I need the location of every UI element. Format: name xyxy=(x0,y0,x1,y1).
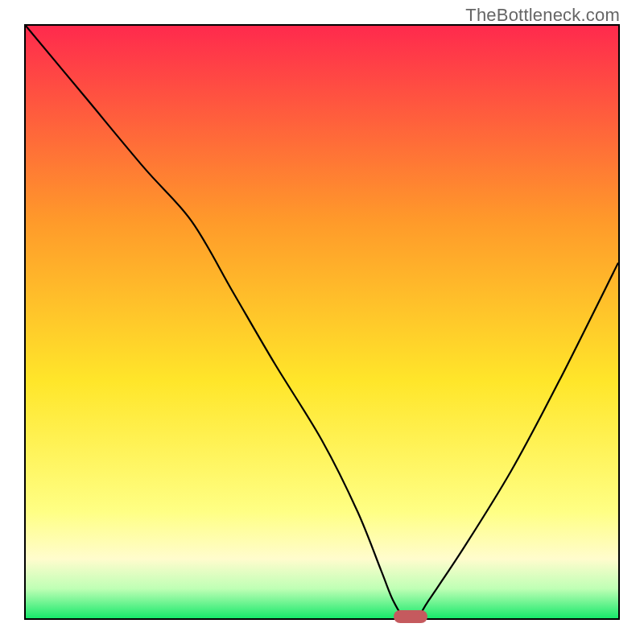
chart-frame xyxy=(24,24,620,620)
bottleneck-curve xyxy=(26,26,618,618)
watermark: TheBottleneck.com xyxy=(465,5,620,26)
optimal-marker xyxy=(394,610,427,623)
